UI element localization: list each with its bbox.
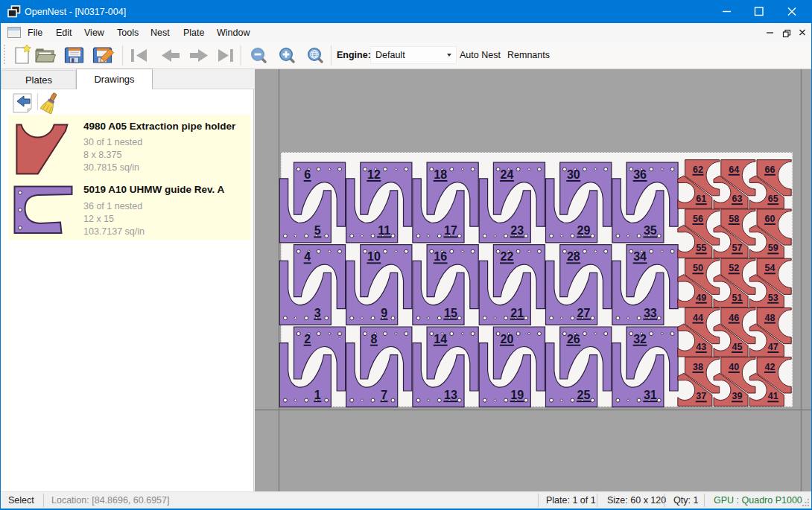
svg-text:40: 40 [729, 362, 739, 372]
svg-text:37: 37 [696, 391, 706, 401]
svg-text:22: 22 [501, 250, 514, 263]
svg-text:27: 27 [577, 307, 591, 319]
svg-text:14: 14 [434, 333, 447, 345]
svg-text:57: 57 [732, 243, 743, 253]
svg-text:42: 42 [765, 362, 775, 372]
svg-text:59: 59 [768, 243, 778, 253]
svg-text:38: 38 [693, 362, 703, 372]
svg-text:9: 9 [381, 307, 387, 319]
svg-text:36: 36 [633, 168, 647, 181]
svg-text:11: 11 [378, 224, 390, 237]
svg-text:63: 63 [732, 194, 743, 204]
svg-text:54: 54 [765, 263, 775, 273]
svg-text:21: 21 [510, 307, 524, 319]
svg-text:31: 31 [644, 389, 657, 401]
svg-text:50: 50 [693, 263, 703, 273]
svg-text:12: 12 [367, 168, 381, 181]
svg-text:32: 32 [633, 333, 647, 345]
svg-text:49: 49 [696, 293, 706, 303]
svg-text:52: 52 [729, 263, 739, 273]
svg-text:33: 33 [644, 307, 657, 319]
svg-text:25: 25 [577, 389, 591, 401]
svg-text:16: 16 [434, 250, 447, 263]
svg-text:66: 66 [765, 165, 775, 175]
svg-text:45: 45 [732, 342, 743, 352]
svg-text:13: 13 [444, 389, 457, 401]
svg-text:15: 15 [444, 307, 457, 319]
svg-text:34: 34 [633, 250, 647, 263]
svg-text:60: 60 [765, 214, 775, 224]
svg-text:24: 24 [501, 168, 514, 181]
svg-text:29: 29 [577, 224, 591, 237]
svg-text:55: 55 [696, 243, 706, 253]
svg-text:53: 53 [768, 293, 778, 303]
svg-text:18: 18 [434, 168, 447, 181]
svg-text:41: 41 [768, 391, 778, 401]
svg-text:3: 3 [314, 307, 321, 319]
svg-text:5: 5 [314, 224, 321, 237]
svg-text:4: 4 [304, 250, 311, 263]
svg-text:10: 10 [367, 250, 381, 263]
svg-text:35: 35 [644, 224, 657, 237]
svg-text:48: 48 [765, 313, 775, 323]
svg-text:47: 47 [768, 342, 778, 352]
svg-text:7: 7 [381, 389, 387, 401]
svg-text:46: 46 [729, 313, 739, 323]
svg-text:6: 6 [304, 168, 311, 181]
svg-text:64: 64 [729, 165, 739, 175]
svg-text:17: 17 [444, 224, 457, 237]
svg-text:8: 8 [370, 333, 377, 345]
svg-text:44: 44 [693, 313, 703, 323]
svg-text:28: 28 [567, 250, 580, 263]
svg-text:43: 43 [696, 342, 706, 352]
svg-text:61: 61 [696, 194, 706, 204]
svg-text:26: 26 [567, 333, 580, 345]
svg-text:20: 20 [501, 333, 514, 345]
svg-text:51: 51 [732, 293, 743, 303]
svg-text:65: 65 [768, 194, 778, 204]
svg-text:56: 56 [693, 214, 703, 224]
svg-text:1: 1 [314, 389, 321, 401]
svg-text:23: 23 [510, 224, 524, 237]
svg-text:39: 39 [732, 391, 743, 401]
svg-text:58: 58 [729, 214, 739, 224]
svg-text:19: 19 [510, 389, 524, 401]
svg-text:2: 2 [304, 333, 311, 345]
svg-text:30: 30 [567, 168, 580, 181]
svg-text:62: 62 [693, 165, 703, 175]
